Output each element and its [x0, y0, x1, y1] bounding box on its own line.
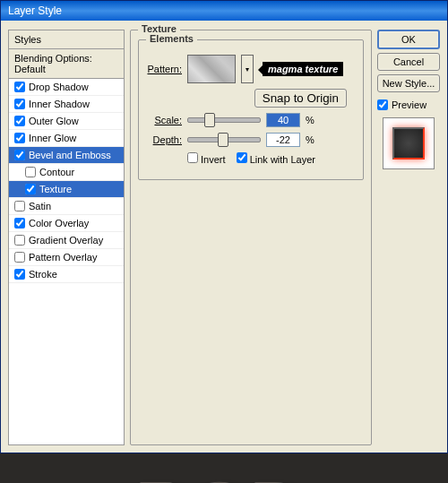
style-checkbox[interactable]: [14, 82, 25, 92]
texture-panel: Texture Elements Pattern: ▾ magma textur…: [130, 30, 372, 445]
invert-checkbox[interactable]: [187, 152, 198, 163]
elements-legend: Elements: [146, 33, 197, 44]
blending-options[interactable]: Blending Options: Default: [9, 49, 124, 79]
style-label: Pattern Overlay: [29, 252, 97, 263]
style-checkbox[interactable]: [14, 235, 25, 246]
style-item-gradient-overlay[interactable]: Gradient Overlay: [9, 232, 124, 249]
style-label: Gradient Overlay: [29, 235, 103, 246]
style-item-texture[interactable]: Texture: [9, 181, 124, 198]
link-checkbox[interactable]: [237, 152, 247, 163]
style-item-bevel-and-emboss[interactable]: Bevel and Emboss: [9, 147, 124, 164]
depth-pct: %: [306, 134, 314, 145]
right-panel: OK Cancel New Style... Preview: [377, 30, 440, 445]
styles-panel: Styles Blending Options: Default Drop Sh…: [8, 30, 125, 445]
elements-group: Elements Pattern: ▾ magma texture Snap t…: [138, 39, 364, 180]
dialog-title: Layer Style: [1, 1, 447, 21]
style-checkbox[interactable]: [14, 269, 25, 280]
style-label: Stroke: [29, 269, 57, 280]
style-checkbox[interactable]: [25, 184, 36, 194]
style-item-drop-shadow[interactable]: Drop Shadow: [9, 79, 124, 96]
style-item-satin[interactable]: Satin: [9, 198, 124, 215]
style-item-color-overlay[interactable]: Color Overlay: [9, 215, 124, 232]
style-checkbox[interactable]: [14, 150, 25, 160]
depth-slider[interactable]: [187, 137, 261, 142]
style-checkbox[interactable]: [14, 218, 25, 229]
depth-input[interactable]: -22: [266, 133, 300, 147]
result-preview: PSD wodernet.com: [0, 453, 448, 483]
style-label: Bevel and Emboss: [29, 150, 111, 160]
style-label: Color Overlay: [29, 218, 89, 229]
style-checkbox[interactable]: [14, 116, 25, 126]
link-checkbox-label[interactable]: Link with Layer: [237, 152, 315, 165]
style-item-outer-glow[interactable]: Outer Glow: [9, 113, 124, 130]
style-item-contour[interactable]: Contour: [9, 164, 124, 181]
style-item-pattern-overlay[interactable]: Pattern Overlay: [9, 249, 124, 266]
style-item-inner-shadow[interactable]: Inner Shadow: [9, 96, 124, 113]
preview-label: Preview: [392, 99, 426, 110]
style-label: Drop Shadow: [29, 82, 89, 92]
style-checkbox[interactable]: [14, 201, 25, 211]
style-item-inner-glow[interactable]: Inner Glow: [9, 130, 124, 147]
style-checkbox[interactable]: [14, 252, 25, 263]
callout-magma-texture: magma texture: [263, 62, 343, 76]
style-label: Inner Shadow: [29, 99, 90, 109]
cancel-button[interactable]: Cancel: [377, 53, 440, 71]
invert-checkbox-label[interactable]: Invert: [187, 152, 226, 165]
pattern-swatch[interactable]: [187, 55, 236, 83]
new-style-button[interactable]: New Style...: [377, 74, 440, 92]
style-checkbox[interactable]: [14, 133, 25, 143]
style-checkbox[interactable]: [25, 167, 36, 177]
preview-checkbox[interactable]: [377, 99, 388, 110]
pattern-dropdown-icon[interactable]: ▾: [241, 55, 254, 83]
scale-label: Scale:: [146, 115, 182, 125]
style-label: Texture: [39, 184, 72, 194]
style-checkbox[interactable]: [14, 99, 25, 109]
style-label: Inner Glow: [29, 133, 76, 143]
style-label: Satin: [29, 201, 51, 211]
snap-to-origin-button[interactable]: Snap to Origin: [254, 89, 347, 108]
style-label: Contour: [39, 167, 74, 177]
style-label: Outer Glow: [29, 116, 79, 126]
scale-slider[interactable]: [187, 117, 261, 123]
result-text: PSD: [135, 466, 312, 484]
scale-input[interactable]: 40: [266, 113, 300, 127]
preview-swatch: [383, 117, 435, 169]
styles-header[interactable]: Styles: [9, 30, 124, 49]
ok-button[interactable]: OK: [377, 30, 440, 49]
style-item-stroke[interactable]: Stroke: [9, 266, 124, 283]
pattern-label: Pattern:: [146, 64, 182, 74]
scale-pct: %: [306, 115, 314, 125]
depth-label: Depth:: [146, 134, 182, 145]
